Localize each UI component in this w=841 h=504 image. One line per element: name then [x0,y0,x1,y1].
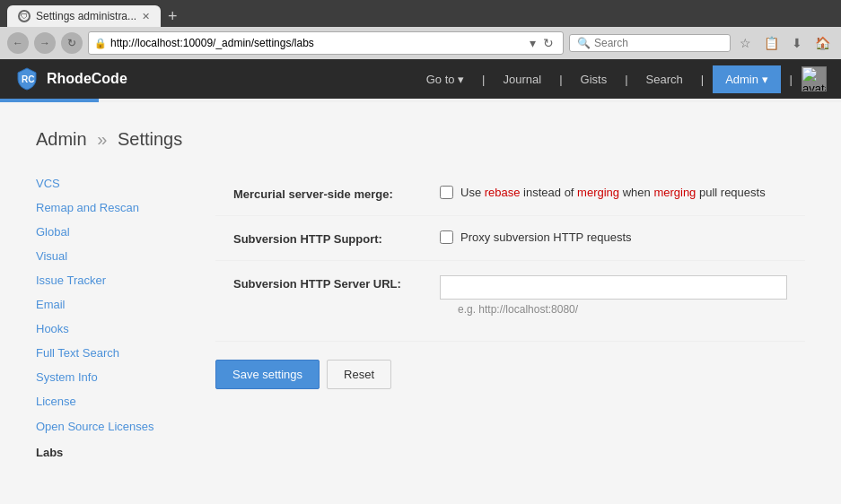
mercurial-label: Mercurial server-side merge: [233,186,440,201]
svg-text:RC: RC [22,74,34,84]
sidebar-item-full-text-search[interactable]: Full Text Search [36,341,197,365]
sidebar-item-visual[interactable]: Visual [36,244,197,268]
nav-sep-5: | [781,73,802,86]
browser-chrome: 🛡 Settings administra... ✕ + [0,0,841,27]
browser-toolbar: ← → ↻ 🔒 ▾ ↻ 🔍 ☆ 📋 ⬇ 🏠 [0,27,841,59]
forward-button[interactable]: → [34,32,56,54]
breadcrumb-admin: Admin [36,129,87,149]
search-icon: 🔍 [577,37,591,49]
sidebar-item-global[interactable]: Global [36,220,197,244]
address-bar: 🔒 ▾ ↻ [88,31,564,55]
page-content: Admin » Settings VCS Remap and Rescan Gl… [0,102,841,504]
sidebar-item-open-source-licenses[interactable]: Open Source Licenses [36,413,197,440]
save-settings-button[interactable]: Save settings [215,360,320,389]
history-icon[interactable]: 📋 [760,34,783,52]
browser-search-input[interactable] [594,37,723,49]
mercurial-rebase-checkbox[interactable] [440,186,453,199]
app-header: RC RhodeCode Go to ▾ | Journal | Gists |… [0,59,841,99]
tab-title: Settings administra... [36,10,136,22]
mercurial-row: Mercurial server-side merge: Use rebase … [215,171,805,216]
sidebar-item-remap-rescan[interactable]: Remap and Rescan [36,196,197,220]
nav-sep-3: | [616,73,636,86]
svn-url-label: Subversion HTTP Server URL: [233,275,440,291]
new-tab-button[interactable]: + [161,7,185,26]
reload-icon[interactable]: ↻ [539,34,557,52]
svn-url-input[interactable] [440,275,787,300]
breadcrumb-settings: Settings [118,129,182,149]
svn-proxy-checkbox[interactable] [440,230,453,244]
app-nav: Go to ▾ | Journal | Gists | Search | Adm… [417,65,827,93]
mercurial-rebase-text: Use rebase instead of merging when mergi… [460,186,766,199]
home-icon[interactable]: 🏠 [811,34,834,52]
refresh-button[interactable]: ↻ [61,32,83,54]
breadcrumb-separator: » [97,129,107,149]
sidebar-item-hooks[interactable]: Hooks [36,317,197,341]
main-content: Mercurial server-side merge: Use rebase … [197,171,805,465]
active-tab: 🛡 Settings administra... ✕ [7,5,161,27]
tab-favicon: 🛡 [18,10,31,22]
bookmark-icon[interactable]: ☆ [736,34,755,52]
browser-tabs: 🛡 Settings administra... ✕ + [7,5,834,27]
nav-sep-2: | [550,73,571,86]
logo-shield-icon: RC [14,66,39,91]
sidebar-item-labs[interactable]: Labs [36,440,197,465]
mercurial-rebase-label[interactable]: Use rebase instead of merging when mergi… [460,186,766,199]
reset-button[interactable]: Reset [327,360,391,389]
svn-url-inner: Subversion HTTP Server URL: [233,275,787,300]
nav-sep-1: | [473,73,494,86]
nav-search[interactable]: Search [637,73,692,86]
svn-url-row: Subversion HTTP Server URL: e.g. http://… [215,261,805,342]
nav-admin[interactable]: Admin ▾ [713,65,780,93]
sidebar-item-vcs[interactable]: VCS [36,171,197,196]
sidebar-item-license[interactable]: License [36,389,197,413]
layout: VCS Remap and Rescan Global Visual Issue… [36,171,805,465]
mercurial-control: Use rebase instead of merging when mergi… [440,186,787,199]
url-input[interactable] [110,37,526,49]
download-icon[interactable]: ⬇ [788,34,806,52]
avatar[interactable] [802,66,827,91]
dropdown-button[interactable]: ▾ [526,34,539,52]
button-area: Save settings Reset [215,342,805,389]
nav-gists[interactable]: Gists [572,73,617,86]
svn-url-control [440,275,787,300]
nav-goto[interactable]: Go to ▾ [417,73,473,86]
sidebar-item-issue-tracker[interactable]: Issue Tracker [36,268,197,292]
browser-search-bar: 🔍 [569,34,731,52]
svn-control: Proxy subversion HTTP requests [440,230,787,244]
breadcrumb: Admin » Settings [36,129,805,150]
svn-url-hint: e.g. http://localhost:8080/ [233,300,596,326]
app-logo[interactable]: RC RhodeCode [14,66,127,91]
lock-icon: 🔒 [94,38,107,49]
logo-text: RhodeCode [47,71,127,87]
back-button[interactable]: ← [7,32,29,54]
svn-support-row: Subversion HTTP Support: Proxy subversio… [215,216,805,261]
svn-proxy-label[interactable]: Proxy subversion HTTP requests [460,230,632,244]
sidebar-item-system-info[interactable]: System Info [36,365,197,389]
nav-journal[interactable]: Journal [495,73,551,86]
sidebar-item-email[interactable]: Email [36,292,197,317]
svn-label: Subversion HTTP Support: [233,230,440,246]
svn-proxy-text: Proxy subversion HTTP requests [460,230,632,244]
nav-sep-4: | [692,73,713,86]
sidebar: VCS Remap and Rescan Global Visual Issue… [36,171,197,465]
tab-close-button[interactable]: ✕ [142,11,150,22]
